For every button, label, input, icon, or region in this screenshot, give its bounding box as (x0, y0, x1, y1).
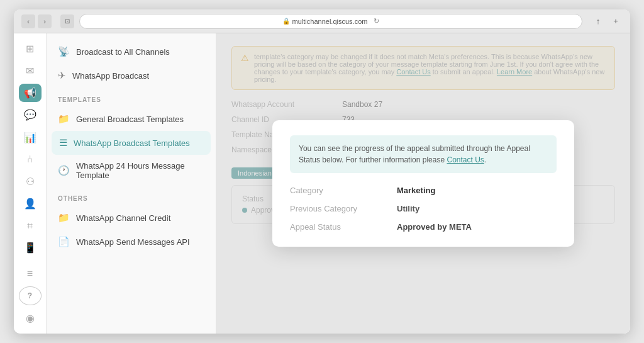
share-button[interactable]: ↑ (591, 14, 605, 28)
sidebar-item-chat[interactable]: 💬 (19, 106, 42, 124)
sidebar-item-broadcast[interactable]: 📢 (19, 84, 42, 102)
sidebar-icons: ⊞ ✉ 📢 💬 📊 ⑃ ⚇ 👤 ⌗ 📱 ≡ ? ◉ (14, 33, 47, 334)
modal-contact-us-link[interactable]: Contact Us (447, 155, 484, 164)
browser-window: ‹ › ⊡ 🔒 multichannel.qiscus.com ↻ ↑ + ⊞ … (14, 9, 630, 334)
address-bar[interactable]: 🔒 multichannel.qiscus.com ↻ (79, 14, 582, 29)
lock-icon: 🔒 (282, 18, 290, 25)
whatsapp-templates-icon: ☰ (59, 137, 67, 149)
nav-item-channel-credit[interactable]: 📁 WhatsApp Channel Credit (47, 206, 216, 230)
nav-item-label: WhatsApp Send Messages API (76, 237, 190, 247)
nav-item-send-api[interactable]: 📄 WhatsApp Send Messages API (47, 230, 216, 254)
nav-item-label: WhatsApp Channel Credit (76, 213, 170, 223)
whatsapp-broadcast-icon: ✈ (58, 70, 66, 81)
send-api-icon: 📄 (58, 236, 70, 247)
sidebar-item-help[interactable]: ? (19, 286, 42, 305)
sidebar-item-mail[interactable]: ✉ (19, 62, 42, 80)
sidebar-item-settings[interactable]: ≡ (19, 264, 42, 283)
new-tab-button[interactable]: + (609, 14, 623, 28)
sidebar-item-profile[interactable]: ◉ (19, 309, 42, 327)
left-nav: 📡 Broadcast to All Channels ✈ WhatsApp B… (47, 33, 216, 334)
broadcast-all-icon: 📡 (58, 46, 70, 57)
general-templates-icon: 📁 (58, 113, 70, 125)
nav-item-broadcast-all[interactable]: 📡 Broadcast to All Channels (47, 40, 216, 64)
prev-category-value: Utility (397, 204, 557, 213)
appeal-status-value: Approved by META (397, 222, 557, 232)
sidebar-item-chart[interactable]: 📊 (19, 128, 42, 147)
prev-category-label: Previous Category (290, 204, 391, 213)
24hr-icon: 🕐 (58, 165, 70, 176)
forward-button[interactable]: › (38, 14, 52, 28)
browser-actions: ↑ + (591, 14, 623, 28)
window-button[interactable]: ⊡ (60, 14, 74, 28)
nav-arrows: ‹ › (21, 14, 52, 28)
nav-item-whatsapp-broadcast[interactable]: ✈ WhatsApp Broadcast (47, 64, 216, 87)
app-body: ⊞ ✉ 📢 💬 📊 ⑃ ⚇ 👤 ⌗ 📱 ≡ ? ◉ 📡 Broadcast to… (14, 33, 630, 334)
modal-card: You can see the progress of the appeal s… (272, 120, 574, 247)
nav-item-whatsapp-templates[interactable]: ☰ WhatsApp Broadcast Templates (52, 131, 211, 155)
category-value: Marketing (397, 186, 557, 195)
nav-item-label: WhatsApp 24 Hours Message Template (76, 161, 204, 180)
sidebar-item-mobile[interactable]: 📱 (19, 239, 42, 257)
nav-item-label: Broadcast to All Channels (76, 47, 170, 57)
modal-overlay: You can see the progress of the appeal s… (216, 33, 630, 334)
category-label: Category (290, 186, 391, 195)
nav-item-label: WhatsApp Broadcast Templates (74, 138, 190, 148)
sidebar-item-translate[interactable]: ⌗ (19, 216, 42, 235)
url-text: multichannel.qiscus.com (292, 18, 368, 25)
modal-info-text: You can see the progress of the appeal s… (299, 144, 530, 164)
main-content: ⚠ template's category may be changed if … (216, 33, 630, 334)
modal-detail-grid: Category Marketing Previous Category Uti… (290, 186, 557, 232)
sidebar-item-grid[interactable]: ⊞ (19, 40, 42, 58)
appeal-status-label: Appeal Status (290, 222, 391, 232)
sidebar-item-person[interactable]: 👤 (19, 194, 42, 213)
nav-item-label: WhatsApp Broadcast (72, 71, 149, 81)
others-section-label: OTHERS (47, 186, 216, 206)
modal-info-banner: You can see the progress of the appeal s… (290, 135, 557, 173)
nav-item-label: General Broadcast Templates (76, 115, 184, 124)
templates-section-label: TEMPLATES (47, 87, 216, 107)
nav-item-24hr-templates[interactable]: 🕐 WhatsApp 24 Hours Message Template (47, 155, 216, 186)
nav-item-general-templates[interactable]: 📁 General Broadcast Templates (47, 107, 216, 131)
back-button[interactable]: ‹ (21, 14, 35, 28)
browser-toolbar: ‹ › ⊡ 🔒 multichannel.qiscus.com ↻ ↑ + (14, 9, 630, 33)
sidebar-item-share[interactable]: ⑃ (19, 150, 42, 169)
sidebar-item-users[interactable]: ⚇ (19, 172, 42, 191)
channel-credit-icon: 📁 (58, 212, 70, 223)
reload-icon[interactable]: ↻ (374, 17, 379, 25)
